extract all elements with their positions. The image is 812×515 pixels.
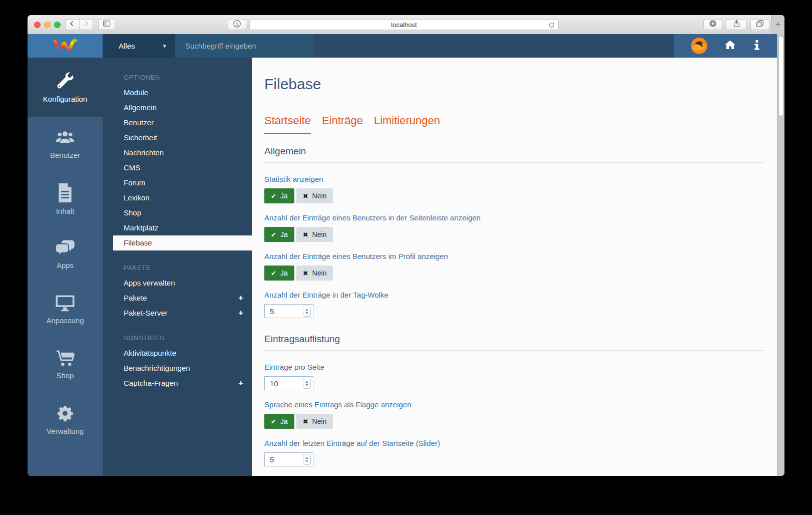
share-button[interactable] [726,19,747,30]
menu-item-label: Apps verwalten [124,279,175,287]
comments-icon [55,239,75,256]
search-input[interactable] [175,41,314,51]
yes-button[interactable]: ✔Ja [264,266,294,281]
info-icon[interactable] [753,39,760,54]
menu-item-filebase[interactable]: Filebase [113,235,252,250]
menu-item-apps-verwalten[interactable]: Apps verwalten [103,276,252,291]
url-text: localhost [391,21,417,29]
menu-item-nachrichten[interactable]: Nachrichten [103,145,252,160]
menu-item-label: Lexikon [124,193,150,202]
menu-item-lexikon[interactable]: Lexikon [103,190,252,205]
downloads-button[interactable] [703,19,722,30]
expand-plus-icon[interactable]: + [238,376,243,391]
menu-item-label: Benachrichtigungen [124,364,190,372]
menu-item-label: Pakete [124,294,147,302]
number-stepper[interactable] [303,454,311,465]
desktop-background: 1 localhost [0,0,812,515]
no-button[interactable]: ✖Nein [296,414,333,429]
sidebar-item-verwaltung[interactable]: Verwaltung [28,392,103,447]
menu-item-label: Module [124,88,148,97]
menu-item-benutzer[interactable]: Benutzer [103,115,252,130]
sidebar-item-apps[interactable]: Apps [28,227,103,282]
step-up-icon [305,457,308,459]
woltlab-logo[interactable] [28,34,103,58]
menu-item-allgemein[interactable]: Allgemein [103,100,252,115]
new-tab-button[interactable]: + [771,15,784,34]
yes-button[interactable]: ✔Ja [264,227,294,242]
menu-item-label: Aktivitätspunkte [124,349,176,357]
user-panel [674,34,777,58]
number-stepper[interactable] [303,306,311,317]
cross-icon: ✖ [303,270,308,277]
main-sidebar: Konfiguration Benutzer Inhalt [28,58,103,476]
scrollbar-thumb[interactable] [778,36,783,116]
no-button[interactable]: ✖Nein [296,227,333,242]
wrench-icon [56,71,75,90]
menu-item-label: Forum [124,178,145,187]
number-input-wrap [264,376,313,390]
sidebar-panel-icon [102,20,111,30]
menu-item-forum[interactable]: Forum [103,175,252,190]
menu-section-title: OPTIONEN [103,74,252,81]
address-bar[interactable]: localhost [249,19,559,30]
section-heading-eintragsauflistung: Eintragsauflistung [264,333,764,351]
field-eintraege-seitenleiste-anzeigen: Anzahl der Einträge eines Benutzers in d… [264,213,764,242]
menu-item-shop[interactable]: Shop [103,205,252,220]
tab-eintraege[interactable]: Einträge [322,114,363,134]
menu-item-sicherheit[interactable]: Sicherheit [103,130,252,145]
sidebar-item-shop[interactable]: Shop [28,337,103,392]
sidebar-toggle-button[interactable] [98,19,115,30]
no-button[interactable]: ✖Nein [296,188,333,203]
menu-item-benachrichtigungen[interactable]: Benachrichtigungen [103,361,252,376]
sidebar-item-label: Shop [56,371,74,380]
sidebar-item-inhalt[interactable]: Inhalt [28,172,103,227]
search-scope-dropdown[interactable]: Alles ▾ [103,34,175,58]
expand-plus-icon[interactable]: + [238,291,243,306]
reload-icon[interactable] [548,21,556,31]
menu-item-module[interactable]: Module [103,85,252,100]
tab-startseite[interactable]: Startseite [264,114,311,134]
back-button[interactable] [66,20,79,30]
step-up-icon [305,381,308,383]
download-circle-icon [708,19,717,30]
menu-item-captcha-fragen[interactable]: Captcha-Fragen+ [103,376,252,391]
home-icon[interactable] [724,39,736,53]
password-extension-button[interactable]: 1 [228,19,246,30]
tabs-overlap-icon [755,19,764,30]
field-label: Sprache eines Eintrags als Flagge anzeig… [264,400,764,409]
sidebar-item-benutzer[interactable]: Benutzer [28,117,103,172]
menu-item-label: Nachrichten [124,148,164,157]
menu-item-paket-server[interactable]: Paket-Server+ [103,306,252,321]
avatar[interactable] [691,38,707,54]
sidebar-item-label: Benutzer [50,151,80,159]
menu-item-cms[interactable]: CMS [103,160,252,175]
cross-icon: ✖ [303,231,308,238]
close-window-button[interactable] [34,22,41,28]
field-letzte-eintraege-slider: Anzahl der letzten Einträge auf der Star… [264,439,764,466]
expand-plus-icon[interactable]: + [238,306,243,321]
menu-item-pakete[interactable]: Pakete+ [103,291,252,306]
chevron-left-icon [68,20,76,30]
minimize-window-button[interactable] [44,22,51,28]
no-button[interactable]: ✖Nein [296,266,333,281]
scrollbar-track[interactable] [777,34,784,476]
sidebar-item-konfiguration[interactable]: Konfiguration [28,58,103,117]
yes-button[interactable]: ✔Ja [264,188,294,203]
menu-item-label: Paket-Server [124,309,168,317]
menu-item-label: Marktplatz [124,223,158,232]
forward-button[interactable] [79,20,93,30]
tab-overview-button[interactable] [750,19,769,30]
tab-limitierungen[interactable]: Limitierungen [374,114,440,134]
number-stepper[interactable] [303,378,311,389]
section-heading-allgemein: Allgemein [264,145,764,163]
sidebar-item-anpassung[interactable]: Anpassung [28,282,103,337]
menu-item-marktplatz[interactable]: Marktplatz [103,220,252,235]
step-down-icon [305,384,308,386]
field-label: Statistik anzeigen [264,175,764,184]
file-icon [57,183,73,202]
menu-item-label: CMS [124,163,140,172]
menu-item-aktivitaetspunkte[interactable]: Aktivitätspunkte [103,346,252,361]
zoom-window-button[interactable] [54,22,61,28]
menu-section-title: SONSTIGES [103,335,252,342]
yes-button[interactable]: ✔Ja [264,414,294,429]
